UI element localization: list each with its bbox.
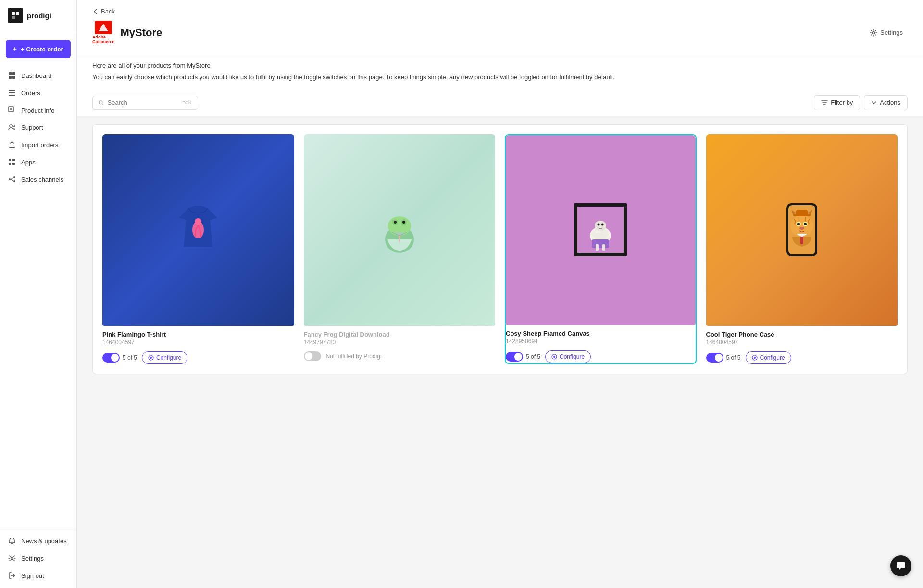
svg-point-53 bbox=[553, 356, 555, 358]
toggle-1[interactable] bbox=[102, 353, 120, 363]
toggle-3[interactable] bbox=[506, 352, 523, 362]
svg-rect-0 bbox=[12, 12, 15, 15]
product-image-2 bbox=[304, 134, 496, 326]
sidebar-item-dashboard[interactable]: Dashboard bbox=[0, 67, 76, 84]
description-line2: You can easily choose which products you… bbox=[92, 73, 908, 82]
sidebar-item-signout[interactable]: Sign out bbox=[0, 567, 76, 584]
svg-line-24 bbox=[11, 179, 13, 181]
filter-icon bbox=[821, 100, 828, 106]
apps-label: Apps bbox=[21, 159, 36, 166]
bell-icon bbox=[8, 537, 16, 545]
sheep-image bbox=[506, 135, 696, 325]
back-arrow-icon bbox=[92, 8, 99, 15]
configure-button-4[interactable]: Configure bbox=[746, 351, 791, 364]
configure-icon-4 bbox=[752, 355, 758, 361]
sidebar-item-import-orders[interactable]: Import orders bbox=[0, 136, 76, 153]
svg-rect-10 bbox=[9, 107, 13, 112]
tiger-image bbox=[706, 134, 898, 326]
svg-point-47 bbox=[595, 221, 606, 231]
users-icon bbox=[8, 123, 16, 132]
back-link[interactable]: Back bbox=[92, 8, 908, 15]
svg-point-20 bbox=[9, 178, 11, 180]
svg-point-38 bbox=[402, 221, 405, 224]
product-id-1: 1464004597 bbox=[102, 339, 294, 346]
search-input[interactable] bbox=[108, 99, 178, 106]
chat-bubble[interactable] bbox=[890, 555, 911, 576]
store-name: MyStore bbox=[121, 26, 162, 39]
news-label: News & updates bbox=[21, 538, 67, 545]
product-actions-2: Not fulfilled by Prodigi bbox=[304, 351, 496, 361]
main-content: Back AdobeCommerce MyStore Settings Here… bbox=[77, 0, 923, 588]
channels-icon bbox=[8, 175, 16, 184]
sidebar-item-support[interactable]: Support bbox=[0, 119, 76, 136]
sidebar-item-orders[interactable]: Orders bbox=[0, 84, 76, 101]
product-image-4 bbox=[706, 134, 898, 326]
actions-button[interactable]: Actions bbox=[864, 95, 908, 110]
svg-point-48 bbox=[598, 224, 600, 226]
tag-icon bbox=[8, 106, 16, 114]
product-actions-4: 5 of 5 Configure bbox=[706, 351, 898, 364]
svg-point-22 bbox=[13, 180, 15, 182]
svg-point-25 bbox=[11, 557, 13, 560]
plus-icon: ＋ bbox=[12, 45, 18, 53]
page-header: Back AdobeCommerce MyStore Settings bbox=[77, 0, 923, 54]
configure-icon-3 bbox=[551, 354, 557, 360]
configure-label-4: Configure bbox=[760, 354, 785, 361]
products-area: Pink Flamingo T-shirt 1464004597 5 of 5 … bbox=[77, 116, 923, 389]
search-shortcut: ⌥K bbox=[182, 100, 192, 106]
svg-rect-8 bbox=[9, 92, 15, 93]
svg-rect-6 bbox=[12, 76, 15, 79]
toggle-wrap-2 bbox=[304, 351, 321, 361]
list-icon bbox=[8, 88, 16, 97]
logo-area: prodigi bbox=[0, 0, 76, 33]
product-image-3 bbox=[506, 135, 696, 325]
sales-channels-label: Sales channels bbox=[21, 176, 63, 183]
toggle-label-1: 5 of 5 bbox=[123, 354, 137, 361]
settings-button[interactable]: Settings bbox=[865, 26, 908, 39]
chat-icon bbox=[896, 561, 906, 571]
nav-section: Dashboard Orders Product info Support Im… bbox=[0, 65, 76, 528]
svg-point-62 bbox=[799, 227, 804, 230]
product-image-1 bbox=[102, 134, 294, 326]
svg-point-57 bbox=[790, 215, 813, 237]
create-order-button[interactable]: ＋ + Create order bbox=[6, 40, 71, 58]
svg-rect-51 bbox=[596, 244, 599, 251]
sidebar-item-product-info[interactable]: Product info bbox=[0, 101, 76, 119]
page-description: Here are all of your products from MySto… bbox=[77, 54, 923, 89]
filter-label: Filter by bbox=[831, 99, 853, 106]
configure-button-1[interactable]: Configure bbox=[142, 351, 187, 364]
sidebar-item-settings[interactable]: Settings bbox=[0, 550, 76, 567]
product-name-4: Cool Tiger Phone Case bbox=[706, 331, 898, 338]
svg-rect-4 bbox=[12, 72, 15, 75]
toggle-4[interactable] bbox=[706, 353, 723, 363]
gear-icon bbox=[8, 554, 16, 563]
svg-point-60 bbox=[797, 223, 800, 225]
svg-rect-65 bbox=[793, 214, 811, 216]
svg-point-13 bbox=[10, 125, 12, 127]
svg-point-30 bbox=[195, 218, 201, 225]
filter-by-button[interactable]: Filter by bbox=[814, 95, 860, 110]
toggle-2[interactable] bbox=[304, 351, 321, 361]
svg-rect-3 bbox=[9, 72, 12, 75]
sidebar-item-sales-channels[interactable]: Sales channels bbox=[0, 171, 76, 188]
configure-button-3[interactable]: Configure bbox=[545, 350, 591, 363]
svg-rect-2 bbox=[12, 16, 15, 19]
svg-rect-15 bbox=[9, 147, 15, 148]
sidebar-item-apps[interactable]: Apps bbox=[0, 153, 76, 171]
svg-rect-18 bbox=[9, 163, 11, 165]
import-orders-label: Import orders bbox=[21, 141, 58, 149]
product-card-1: Pink Flamingo T-shirt 1464004597 5 of 5 … bbox=[102, 134, 294, 364]
sidebar-item-news[interactable]: News & updates bbox=[0, 532, 76, 550]
product-id-2: 1449797780 bbox=[304, 339, 496, 346]
toggle-wrap-4: 5 of 5 bbox=[706, 353, 741, 363]
product-card-3: Cosy Sheep Framed Canvas 1428950694 5 of… bbox=[505, 134, 697, 364]
upload-icon bbox=[8, 140, 16, 149]
adobe-commerce-label: AdobeCommerce bbox=[92, 35, 115, 44]
orders-label: Orders bbox=[21, 89, 40, 97]
svg-point-21 bbox=[13, 176, 15, 178]
chevron-down-icon bbox=[871, 100, 877, 106]
svg-point-31 bbox=[150, 357, 152, 359]
search-input-wrap[interactable]: ⌥K bbox=[92, 96, 198, 110]
svg-rect-52 bbox=[602, 244, 605, 251]
svg-rect-50 bbox=[592, 239, 609, 248]
